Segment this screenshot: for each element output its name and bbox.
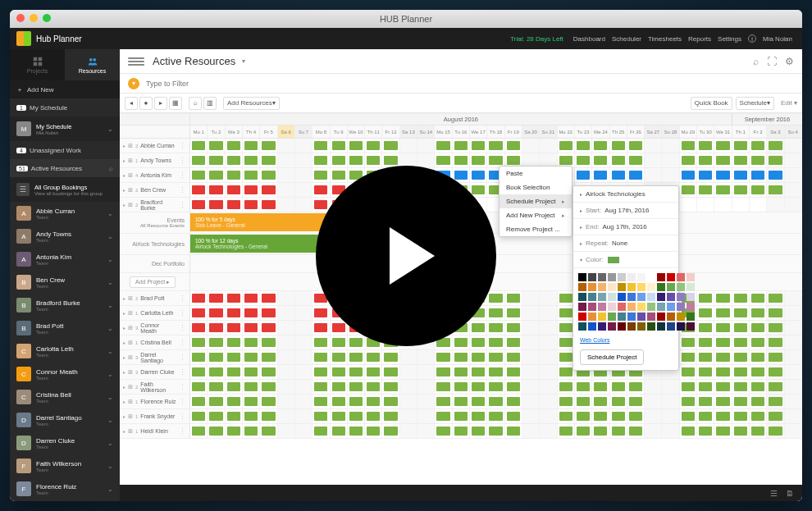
sidebar-person[interactable]: BBen CrewTeam⌄	[10, 271, 120, 294]
booking-block[interactable]	[209, 427, 222, 436]
grid-cell[interactable]	[348, 380, 365, 394]
booking-block[interactable]	[209, 397, 222, 406]
grid-cell[interactable]	[714, 335, 732, 349]
booking-block[interactable]	[227, 294, 240, 303]
sidebar-active-resources[interactable]: 51 Active Resources ⌕	[10, 159, 120, 177]
booking-block[interactable]	[314, 338, 327, 347]
grid-cell[interactable]	[331, 321, 348, 335]
booking-block[interactable]	[507, 353, 520, 362]
booking-block[interactable]	[507, 308, 520, 317]
booking-block[interactable]	[716, 397, 729, 406]
grid-cell[interactable]	[278, 198, 295, 212]
booking-block[interactable]	[472, 427, 485, 436]
grid-cell[interactable]	[190, 291, 208, 305]
grid-cell[interactable]	[487, 424, 504, 438]
grid-cell[interactable]	[522, 306, 540, 320]
sidebar-person[interactable]: FFaith WilkersonTeam⌄	[10, 454, 120, 477]
grid-cell[interactable]	[365, 409, 382, 423]
grid-cell[interactable]	[767, 183, 784, 197]
booking-block[interactable]	[559, 323, 573, 332]
booking-block[interactable]	[716, 323, 729, 332]
grid-cell[interactable]	[260, 139, 277, 153]
booking-block[interactable]	[682, 397, 695, 406]
color-swatch[interactable]	[578, 283, 586, 291]
booking-block[interactable]	[349, 412, 363, 421]
grid-cell[interactable]	[470, 409, 487, 423]
grid-cell[interactable]	[190, 139, 208, 153]
booking-block[interactable]	[314, 427, 327, 436]
grid-cell[interactable]	[295, 350, 312, 364]
color-swatch[interactable]	[657, 303, 665, 311]
grid-cell[interactable]	[750, 183, 767, 197]
grid-cell[interactable]	[312, 395, 330, 408]
grid-cell[interactable]	[785, 139, 802, 153]
resource-name-cell[interactable]: ▸⊞4Antonia Kim⋮	[120, 168, 190, 182]
grid-cell[interactable]	[435, 350, 452, 364]
grid-cell[interactable]	[540, 335, 557, 349]
grid-cell[interactable]	[331, 380, 348, 394]
grid-cell[interactable]	[208, 424, 225, 438]
grid-cell[interactable]	[243, 321, 260, 335]
booking-block[interactable]	[209, 141, 222, 150]
booking-block[interactable]	[751, 141, 764, 150]
booking-block[interactable]	[244, 200, 258, 209]
booking-block[interactable]	[629, 141, 642, 150]
booking-block[interactable]	[332, 397, 345, 406]
grid-cell[interactable]	[470, 153, 487, 167]
grid-cell[interactable]	[750, 306, 767, 320]
grid-cell[interactable]	[750, 321, 767, 335]
grid-cell[interactable]	[208, 153, 225, 167]
booking-block[interactable]	[594, 397, 607, 406]
booking-block[interactable]	[682, 412, 695, 421]
booking-block[interactable]	[262, 294, 275, 303]
booking-block[interactable]	[594, 412, 607, 421]
grid-cell[interactable]	[312, 365, 330, 379]
grid-cell[interactable]	[382, 424, 399, 438]
grid-cell[interactable]	[435, 380, 452, 394]
booking-block[interactable]	[682, 185, 695, 194]
grid-cell[interactable]	[226, 321, 243, 335]
play-button[interactable]	[316, 166, 496, 346]
resource-name-cell[interactable]: ▸⊞3Darren Cluke⋮	[120, 365, 190, 379]
grid-cell[interactable]	[278, 321, 295, 335]
add-project-button[interactable]: Add Project ▸	[130, 276, 176, 288]
color-swatch[interactable]	[687, 313, 695, 321]
grid-cell[interactable]	[278, 365, 295, 379]
grid-cell[interactable]	[417, 365, 435, 379]
booking-block[interactable]	[489, 294, 502, 303]
booking-block[interactable]	[262, 200, 275, 209]
booking-block[interactable]	[454, 353, 468, 362]
booking-block[interactable]	[699, 382, 712, 391]
grid-cell[interactable]	[662, 139, 679, 153]
grid-cell[interactable]	[331, 350, 348, 364]
booking-block[interactable]	[192, 382, 205, 391]
grid-cell[interactable]	[697, 153, 714, 167]
booking-block[interactable]	[262, 427, 275, 436]
color-swatch[interactable]	[637, 322, 645, 331]
booking-block[interactable]	[507, 367, 520, 376]
grid-cell[interactable]	[680, 350, 697, 364]
grid-cell[interactable]	[732, 395, 750, 408]
grid-cell[interactable]	[522, 321, 540, 335]
grid-cell[interactable]	[627, 168, 645, 182]
grid-cell[interactable]	[278, 335, 295, 349]
grid-cell[interactable]	[714, 409, 732, 423]
color-swatch[interactable]	[637, 313, 645, 321]
booking-block[interactable]	[699, 294, 712, 303]
resource-name-cell[interactable]: ▸⊞2Brad Pott⋮	[120, 291, 190, 305]
color-swatch[interactable]	[588, 313, 596, 321]
color-swatch[interactable]	[608, 293, 616, 301]
grid-cell[interactable]	[767, 153, 784, 167]
booking-block[interactable]	[384, 141, 397, 150]
grid-cell[interactable]	[226, 306, 243, 320]
grid-cell[interactable]	[278, 291, 295, 305]
booking-block[interactable]	[454, 427, 468, 436]
info-icon[interactable]: i	[748, 34, 756, 43]
grid-cell[interactable]	[732, 350, 750, 364]
booking-block[interactable]	[629, 427, 642, 436]
booking-block[interactable]	[227, 427, 240, 436]
grid-cell[interactable]	[610, 168, 627, 182]
today-icon[interactable]: ●	[139, 97, 153, 110]
grid-cell[interactable]	[767, 380, 784, 394]
grid-cell[interactable]	[312, 153, 330, 167]
